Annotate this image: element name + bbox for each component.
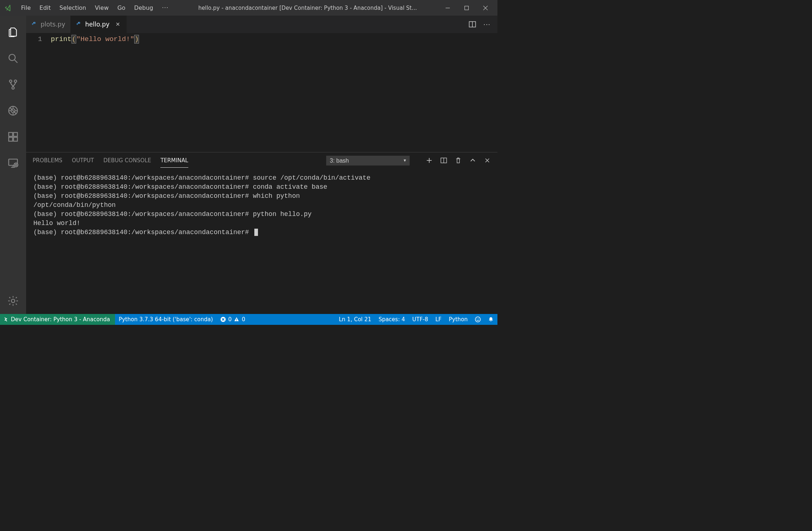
editor-area: plots.py hello.py ✕ ···: [26, 16, 497, 314]
status-indentation[interactable]: Spaces: 4: [375, 314, 409, 325]
activity-source-control[interactable]: [4, 76, 22, 93]
status-feedback[interactable]: [471, 314, 484, 325]
tab-bar: plots.py hello.py ✕ ···: [26, 16, 497, 33]
panel-tab-terminal[interactable]: TERMINAL: [160, 154, 188, 168]
terminal-cursor: [254, 229, 258, 236]
status-remote-label: Dev Container: Python 3 - Anaconda: [11, 316, 110, 323]
svg-point-43: [477, 319, 477, 319]
svg-point-26: [11, 299, 15, 302]
trash-icon: [455, 157, 462, 164]
svg-rect-16: [9, 132, 13, 136]
line-number-gutter: 1: [26, 33, 51, 152]
python-file-icon: [31, 21, 38, 28]
kill-terminal-button[interactable]: [455, 157, 462, 164]
activity-remote-explorer[interactable]: [4, 154, 22, 172]
svg-rect-18: [13, 137, 17, 141]
activity-explorer[interactable]: [4, 24, 22, 41]
new-terminal-button[interactable]: [426, 157, 433, 164]
bell-icon: [488, 316, 494, 322]
error-icon: [220, 316, 226, 322]
bottom-panel: PROBLEMS OUTPUT DEBUG CONSOLE TERMINAL 3…: [26, 152, 497, 314]
status-problems[interactable]: 0 0: [217, 314, 249, 325]
files-icon: [7, 26, 19, 38]
chevron-up-icon: [469, 157, 476, 164]
menu-overflow[interactable]: ···: [157, 2, 173, 13]
remote-icon: [3, 316, 9, 322]
panel-tab-bar: PROBLEMS OUTPUT DEBUG CONSOLE TERMINAL 3…: [26, 152, 497, 168]
split-editor-button[interactable]: [468, 20, 476, 28]
activity-extensions[interactable]: [4, 128, 22, 146]
svg-point-41: [237, 320, 237, 321]
window-title: hello.py - anacondacontainer [Dev Contai…: [173, 5, 442, 11]
smiley-icon: [475, 316, 481, 322]
panel-tab-debug-console[interactable]: DEBUG CONSOLE: [103, 154, 151, 167]
panel-tab-problems[interactable]: PROBLEMS: [33, 154, 62, 167]
status-language-mode[interactable]: Python: [445, 314, 471, 325]
svg-point-8: [12, 87, 15, 89]
more-icon: ···: [483, 21, 491, 28]
split-panel-icon: [440, 157, 447, 164]
status-bar: Dev Container: Python 3 - Anaconda Pytho…: [0, 314, 497, 325]
status-python-interpreter[interactable]: Python 3.7.3 64-bit ('base': conda): [115, 314, 217, 325]
svg-point-44: [479, 319, 479, 319]
svg-point-4: [9, 54, 15, 61]
activity-search[interactable]: [4, 50, 22, 67]
plus-icon: [426, 157, 432, 164]
menu-debug[interactable]: Debug: [130, 2, 158, 13]
svg-point-6: [9, 80, 12, 82]
line-number: 1: [26, 34, 42, 44]
panel-tab-output[interactable]: OUTPUT: [72, 154, 94, 167]
svg-rect-1: [465, 6, 469, 10]
python-file-icon: [76, 21, 82, 28]
title-bar: File Edit Selection View Go Debug ··· he…: [0, 0, 497, 16]
debug-icon: [7, 105, 19, 117]
tab-label: plots.py: [41, 21, 65, 28]
svg-point-42: [475, 317, 480, 322]
vscode-logo-icon: [4, 4, 12, 12]
close-icon: [484, 158, 490, 163]
editor-more-actions[interactable]: ···: [483, 20, 491, 28]
terminal-output[interactable]: (base) root@b62889638140:/workspaces/ana…: [26, 168, 497, 314]
remote-explorer-icon: [7, 157, 19, 169]
tab-hello-py[interactable]: hello.py ✕: [71, 16, 127, 33]
menu-go[interactable]: Go: [113, 2, 130, 13]
menu-edit[interactable]: Edit: [35, 2, 55, 13]
close-tab-icon[interactable]: ✕: [115, 21, 121, 28]
menu-selection[interactable]: Selection: [55, 2, 91, 13]
source-control-icon: [7, 79, 19, 90]
activity-settings[interactable]: [4, 292, 22, 310]
minimize-button[interactable]: [442, 3, 453, 13]
split-editor-icon: [469, 21, 476, 28]
status-eol[interactable]: LF: [432, 314, 445, 325]
code-editor[interactable]: 1 print("Hello world!"): [26, 33, 497, 152]
maximize-panel-button[interactable]: [469, 157, 476, 164]
menu-view[interactable]: View: [91, 2, 113, 13]
status-remote-indicator[interactable]: Dev Container: Python 3 - Anaconda: [0, 314, 115, 325]
tab-plots-py[interactable]: plots.py: [26, 16, 71, 33]
window-controls: [442, 3, 495, 13]
split-terminal-button[interactable]: [440, 157, 447, 164]
svg-rect-17: [9, 137, 13, 141]
terminal-selector[interactable]: 3: bash: [326, 156, 410, 166]
svg-point-7: [14, 80, 17, 82]
menu-file[interactable]: File: [17, 2, 35, 13]
close-panel-button[interactable]: [484, 157, 491, 164]
extensions-icon: [7, 131, 19, 143]
code-content[interactable]: print("Hello world!"): [51, 33, 139, 152]
svg-point-27: [33, 22, 34, 23]
status-notifications[interactable]: [484, 314, 497, 325]
activity-debug[interactable]: [4, 102, 22, 119]
svg-line-5: [15, 60, 17, 63]
search-icon: [7, 53, 19, 64]
svg-point-28: [78, 22, 79, 23]
warning-icon: [234, 316, 239, 322]
tab-label: hello.py: [85, 21, 110, 28]
status-encoding[interactable]: UTF-8: [409, 314, 432, 325]
activity-bar: [0, 16, 26, 314]
maximize-button[interactable]: [461, 3, 472, 13]
svg-rect-19: [13, 132, 17, 136]
close-button[interactable]: [480, 3, 491, 13]
menu-bar: File Edit Selection View Go Debug ···: [17, 2, 173, 13]
gear-icon: [7, 295, 19, 307]
status-cursor-position[interactable]: Ln 1, Col 21: [335, 314, 375, 325]
